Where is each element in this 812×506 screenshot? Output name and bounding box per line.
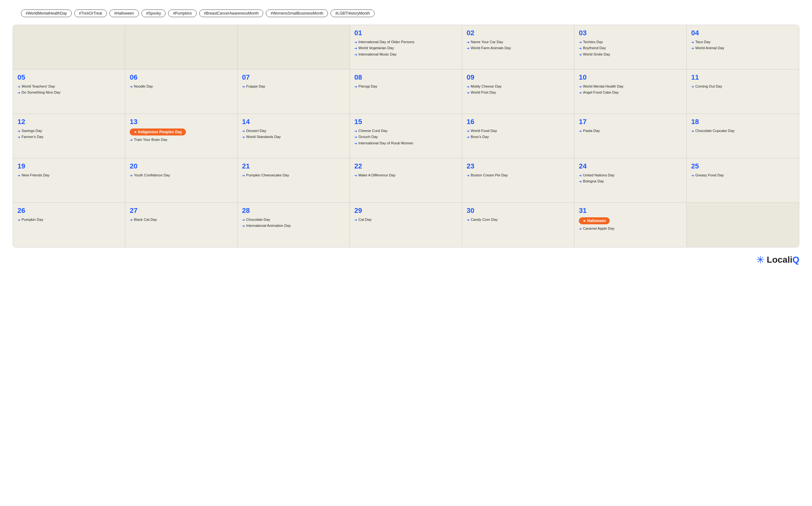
event-label: International Day of Rural Women (358, 141, 413, 146)
event-arrow: ➜ (579, 227, 582, 231)
day-number: 05 (17, 73, 120, 82)
event: ➜Pierogi Day (354, 84, 457, 89)
event-label: Chocolate Cupcake Day (695, 129, 735, 133)
event-arrow: ➜ (467, 173, 469, 178)
event: ➜Pasta Day (579, 129, 682, 133)
event-label: World Standards Day (246, 135, 281, 139)
hashtag: #Spooky (142, 9, 166, 17)
event-label: Grouch Day (358, 135, 378, 139)
event: ➜World Animal Day (691, 46, 795, 51)
event-label: Savings Day (21, 129, 42, 133)
event: ➜United Nations Day (579, 173, 682, 178)
event: ➜Angel Food Cake Day (579, 90, 682, 95)
day-cell: 27➜Black Cat Day (125, 203, 238, 247)
day-number: 22 (354, 162, 457, 170)
event-label: Cat Day (358, 217, 372, 222)
day-number: 02 (467, 29, 570, 37)
event-arrow: ➜ (579, 173, 582, 178)
event-arrow: ➜ (467, 129, 469, 133)
event-arrow: ➜ (354, 141, 357, 146)
event: ➜Caramel Apple Day (579, 226, 682, 231)
day-cell: 17➜Pasta Day (574, 114, 687, 158)
event: ➜Black Cat Day (130, 217, 233, 222)
event-label: Name Your Car Day (471, 39, 503, 45)
empty-cell (125, 25, 238, 70)
event: ➜New Friends Day (17, 173, 120, 178)
badge-label: Indigenous Peoples Day (138, 130, 182, 134)
day-number: 11 (691, 73, 795, 82)
hashtag: #LGBTHistoryMonth (331, 9, 375, 17)
event-label: Black Cat Day (134, 217, 157, 222)
event-arrow: ➜ (354, 218, 357, 222)
event-label: International Music Day (358, 52, 396, 57)
event-arrow: ➜ (691, 40, 694, 45)
page-header: #WorldMentalHealthDay#TrickOrTreat#Hallo… (13, 9, 799, 17)
event: ➜World Standards Day (242, 135, 345, 139)
day-number: 21 (242, 162, 345, 170)
day-number: 25 (691, 162, 795, 170)
day-number: 29 (354, 206, 457, 215)
event-label: World Teachers' Day (21, 84, 55, 89)
day-number: 30 (467, 206, 570, 215)
day-cell: 04➜Taco Day➜World Animal Day (687, 25, 799, 70)
event: ➜International Animation Day (242, 223, 345, 228)
day-cell: 16➜World Food Day➜Boss's Day (462, 114, 574, 158)
event-label: International Day of Older Persons (358, 39, 414, 45)
day-number: 14 (242, 118, 345, 126)
day-cell: 02➜Name Your Car Day➜World Farm Animals … (462, 25, 574, 70)
day-cell: 01➜International Day of Older Persons➜Wo… (350, 25, 462, 70)
event: ➜Bologna Day (579, 179, 682, 184)
day-number: 10 (579, 73, 682, 82)
event-arrow: ➜ (242, 135, 245, 139)
day-number: 27 (130, 206, 233, 215)
event: ➜Taco Day (691, 39, 795, 45)
event: ➜Noodle Day (130, 84, 233, 89)
day-cell: 20➜Youth Confidence Day (125, 158, 238, 203)
day-number: 01 (354, 29, 457, 37)
event-label: International Animation Day (246, 223, 291, 228)
event: ➜Savings Day (17, 129, 120, 133)
event-label: World Food Day (471, 129, 497, 133)
day-number: 04 (691, 29, 795, 37)
event-arrow: ➜ (354, 52, 357, 57)
event-label: Do Something Nice Day (21, 90, 61, 95)
day-number: 17 (579, 118, 682, 126)
event-label: Chocolate Day (246, 217, 270, 222)
day-number: 16 (467, 118, 570, 126)
event-arrow: ➜ (17, 84, 20, 89)
event-label: Farmer's Day (21, 135, 43, 139)
day-cell: 13➜Indigenous Peoples Day➜Train Your Bra… (125, 114, 238, 158)
event-label: Pasta Day (583, 129, 600, 133)
event-arrow: ➜ (579, 129, 582, 133)
event: ➜Chocolate Day (242, 217, 345, 222)
event: ➜Train Your Brain Day (130, 137, 233, 142)
day-number: 09 (467, 73, 570, 82)
event-label: Techies Day (583, 39, 603, 45)
event-label: Greasy Food Day (695, 173, 724, 178)
event-label: United Nations Day (583, 173, 614, 178)
event-label: Noodle Day (134, 84, 153, 89)
event-arrow: ➜ (242, 129, 245, 133)
event: ➜Do Something Nice Day (17, 90, 120, 95)
event-label: Youth Confidence Day (134, 173, 170, 178)
day-cell: 19➜New Friends Day (13, 158, 125, 203)
event-label: Angel Food Cake Day (583, 90, 619, 95)
event-arrow: ➜ (579, 46, 582, 51)
event-arrow: ➜ (17, 90, 20, 95)
event-label: Dessert Day (246, 129, 266, 133)
event-label: Boyfriend Day (583, 46, 606, 51)
event: ➜Boston Cream Pie Day (467, 173, 570, 178)
day-cell: 29➜Cat Day (350, 203, 462, 247)
hashtag: #Pumpkins (168, 9, 196, 17)
day-cell: 12➜Savings Day➜Farmer's Day (13, 114, 125, 158)
day-number: 15 (354, 118, 457, 126)
day-number: 28 (242, 206, 345, 215)
event: ➜Boss's Day (467, 135, 570, 139)
event-arrow: ➜ (691, 84, 694, 89)
logo-icon: ✳ (756, 254, 765, 266)
calendar-grid: 01➜International Day of Older Persons➜Wo… (13, 25, 799, 247)
event: ➜Pumpkin Cheesecake Day (242, 173, 345, 178)
event-badge: ➜Halloween (579, 217, 610, 224)
event: ➜International Music Day (354, 52, 457, 57)
event-label: Cheese Curd Day (358, 129, 387, 133)
